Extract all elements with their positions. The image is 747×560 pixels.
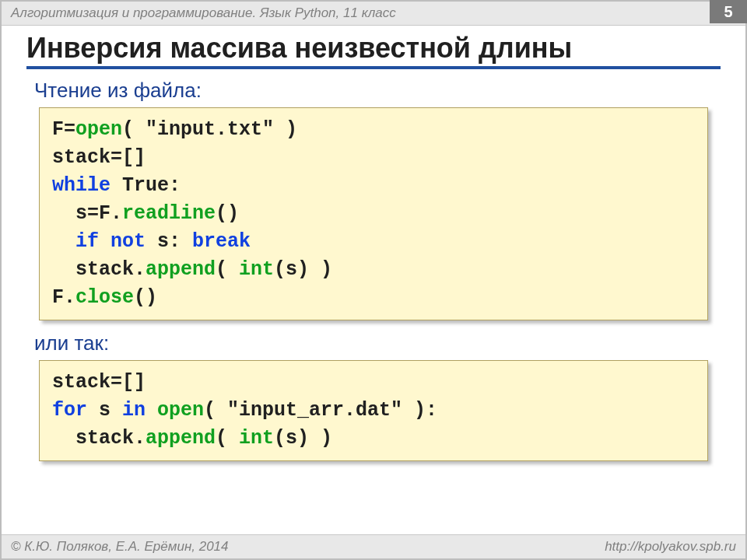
kw-append: append — [146, 258, 216, 281]
footer-copyright: © К.Ю. Поляков, Е.А. Ерёмин, 2014 — [11, 539, 605, 555]
slide-body: Чтение из файла: F=open( "input.txt" ) s… — [2, 69, 745, 461]
kw-for: for — [52, 399, 87, 422]
kw-in: in — [122, 399, 146, 422]
caption-read-file: Чтение из файла: — [34, 79, 713, 103]
slide: Алгоритмизация и программирование. Язык … — [0, 0, 747, 560]
code-block-2: stack=[] for s in open( "input_arr.dat" … — [39, 360, 708, 461]
kw-open: open — [157, 399, 204, 422]
kw-break: break — [192, 230, 251, 253]
course-title: Алгоритмизация и программирование. Язык … — [11, 5, 736, 21]
kw-close: close — [75, 286, 134, 309]
footer-url: http://kpolyakov.spb.ru — [605, 539, 736, 555]
slide-title: Инверсия массива неизвестной длины — [26, 32, 721, 69]
page-number: 5 — [710, 0, 747, 23]
header-bar: Алгоритмизация и программирование. Язык … — [2, 2, 745, 26]
kw-while: while — [52, 174, 110, 197]
code-text: F — [52, 118, 64, 141]
footer-bar: © К.Ю. Поляков, Е.А. Ерёмин, 2014 http:/… — [2, 534, 745, 558]
code-block-1: F=open( "input.txt" ) stack=[] while Tru… — [39, 107, 708, 320]
kw-append: append — [146, 427, 216, 450]
kw-int: int — [239, 427, 274, 450]
kw-readline: readline — [122, 202, 216, 225]
kw-int: int — [239, 258, 274, 281]
kw-if-not: if not — [75, 230, 146, 253]
caption-or-so: или так: — [34, 331, 713, 355]
kw-open: open — [75, 118, 122, 141]
